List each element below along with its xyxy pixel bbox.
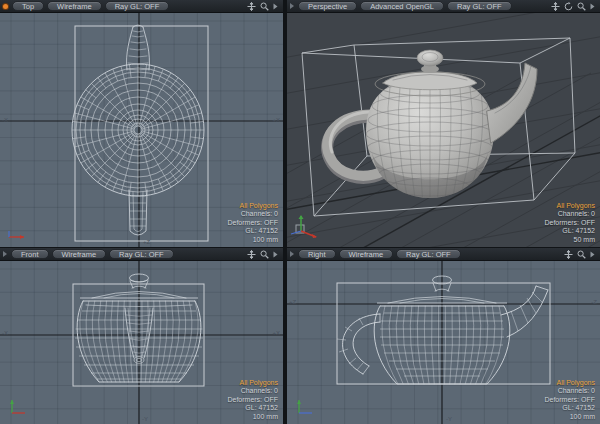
- axis-edge-label: -Y: [142, 416, 148, 422]
- viewport-menu-arrow-icon[interactable]: [590, 251, 595, 258]
- viewport-front[interactable]: Front Wireframe Ray GL: OFF -X +X -Y All…: [0, 248, 283, 424]
- view-type-button[interactable]: Top: [12, 1, 44, 11]
- axis-edge-label: -Y: [446, 416, 452, 422]
- gl-count-label: GL: 47152: [544, 227, 595, 236]
- deformers-label: Deformers: OFF: [544, 219, 595, 228]
- axis-edge-label: +X: [272, 117, 280, 123]
- zoom-icon[interactable]: [577, 250, 586, 259]
- selection-set-label[interactable]: All Polygons: [544, 379, 595, 388]
- zoom-icon[interactable]: [260, 250, 269, 259]
- selection-set-label[interactable]: All Polygons: [227, 202, 278, 211]
- pan-icon[interactable]: [551, 2, 560, 11]
- channels-label: Channels: 0: [544, 210, 595, 219]
- grid-scale-label: 100 mm: [227, 413, 278, 422]
- viewport-menu-arrow-icon[interactable]: [273, 3, 278, 10]
- axis-edge-label: +Z: [289, 299, 296, 305]
- viewport-vertical-divider[interactable]: [283, 0, 287, 424]
- viewport-menu-arrow-icon[interactable]: [273, 251, 278, 258]
- channels-label: Channels: 0: [227, 387, 278, 396]
- pan-icon[interactable]: [564, 250, 573, 259]
- viewport-right[interactable]: Right Wireframe Ray GL: OFF +Z -Z -Y All…: [287, 248, 600, 424]
- viewport-info-readout: All Polygons Channels: 0 Deformers: OFF …: [544, 202, 595, 245]
- view-type-button[interactable]: Front: [11, 249, 49, 259]
- rotate-icon[interactable]: [564, 2, 573, 11]
- viewport-header-front: Front Wireframe Ray GL: OFF: [0, 248, 283, 261]
- deformers-label: Deformers: OFF: [227, 219, 278, 228]
- deformers-label: Deformers: OFF: [227, 396, 278, 405]
- viewport-thumb-icon[interactable]: [290, 251, 294, 257]
- raygl-button[interactable]: Ray GL: OFF: [447, 1, 512, 11]
- view-type-button[interactable]: Perspective: [298, 1, 357, 11]
- viewport-header-top: Top Wireframe Ray GL: OFF: [0, 0, 283, 13]
- viewport-thumb-icon[interactable]: [290, 3, 294, 9]
- viewport-top[interactable]: Top Wireframe Ray GL: OFF -X +X +Z All P…: [0, 0, 283, 247]
- viewport-info-readout: All Polygons Channels: 0 Deformers: OFF …: [544, 379, 595, 422]
- selection-set-label[interactable]: All Polygons: [227, 379, 278, 388]
- zoom-icon[interactable]: [260, 2, 269, 11]
- viewport-info-readout: All Polygons Channels: 0 Deformers: OFF …: [227, 379, 278, 422]
- gl-count-label: GL: 47152: [227, 404, 278, 413]
- gl-count-label: GL: 47152: [544, 404, 595, 413]
- channels-label: Channels: 0: [544, 387, 595, 396]
- viewport-perspective[interactable]: Perspective Advanced OpenGL Ray GL: OFF …: [287, 0, 600, 247]
- zoom-icon[interactable]: [577, 2, 586, 11]
- channels-label: Channels: 0: [227, 210, 278, 219]
- viewport-thumb-icon[interactable]: [3, 4, 8, 9]
- deformers-label: Deformers: OFF: [544, 396, 595, 405]
- axis-edge-label: -X: [2, 117, 8, 123]
- raygl-button[interactable]: Ray GL: OFF: [109, 249, 174, 259]
- shading-mode-button[interactable]: Advanced OpenGL: [360, 1, 444, 11]
- pan-icon[interactable]: [247, 250, 256, 259]
- viewport-menu-arrow-icon[interactable]: [590, 3, 595, 10]
- axis-edge-label: -X: [2, 330, 8, 336]
- grid-scale-label: 100 mm: [227, 236, 278, 245]
- viewport-header-right: Right Wireframe Ray GL: OFF: [287, 248, 600, 261]
- shading-mode-button[interactable]: Wireframe: [339, 249, 394, 259]
- selection-set-label[interactable]: All Polygons: [544, 202, 595, 211]
- shading-mode-button[interactable]: Wireframe: [47, 1, 102, 11]
- shading-mode-button[interactable]: Wireframe: [52, 249, 107, 259]
- axis-edge-label: +X: [272, 330, 280, 336]
- raygl-button[interactable]: Ray GL: OFF: [396, 249, 461, 259]
- grid-scale-label: 100 mm: [544, 413, 595, 422]
- view-type-button[interactable]: Right: [298, 249, 336, 259]
- gl-count-label: GL: 47152: [227, 227, 278, 236]
- grid-scale-label: 50 mm: [544, 236, 595, 245]
- viewport-header-perspective: Perspective Advanced OpenGL Ray GL: OFF: [287, 0, 600, 13]
- viewport-thumb-icon[interactable]: [3, 251, 7, 257]
- pan-icon[interactable]: [247, 2, 256, 11]
- viewport-info-readout: All Polygons Channels: 0 Deformers: OFF …: [227, 202, 278, 245]
- raygl-button[interactable]: Ray GL: OFF: [105, 1, 170, 11]
- axis-edge-label: -Z: [591, 299, 597, 305]
- axis-edge-label: +Z: [143, 239, 150, 245]
